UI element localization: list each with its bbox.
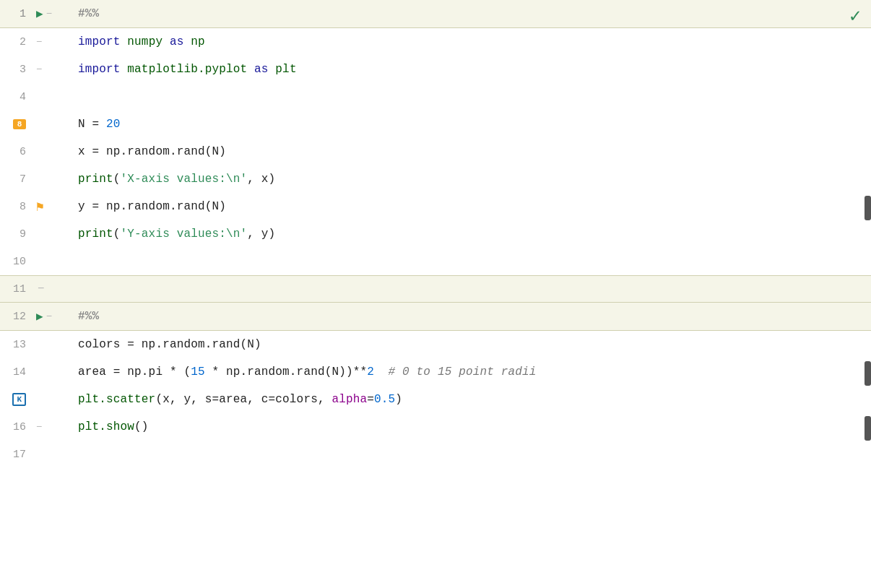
line-15-code: plt.scatter(x, y, s=area, c=colors, alph… (75, 386, 871, 413)
line-14-code: area = np.pi * (15 * np.random.rand(N))*… (75, 358, 871, 386)
cell-1-header: 1 ▶ − #%% ✓ (0, 0, 871, 28)
line-number-10: 10 (0, 256, 32, 268)
line-8: 8 ⚑ y = np.random.rand(N) (0, 193, 871, 220)
fold-icon-16: − (36, 422, 42, 432)
cell-2-header: 12 ▶ − #%% (0, 303, 871, 331)
line-number-3: 3 (0, 64, 32, 76)
gutter-3: − (32, 64, 75, 74)
line-14: 14 area = np.pi * (15 * np.random.rand(N… (0, 358, 871, 386)
line-3-code: import matplotlib.pyplot as plt (75, 56, 871, 83)
code-editor: 1 ▶ − #%% ✓ 2 − import numpy as np 3 − i… (0, 0, 871, 588)
badge-5: 8 (13, 119, 26, 129)
line-16-code: plt.show() (75, 413, 871, 441)
scrollbar-3[interactable] (864, 416, 871, 441)
line-number-9: 9 (0, 228, 32, 241)
line-number-16: 16 (0, 421, 32, 433)
fold-icon-3: − (36, 64, 42, 74)
empty-space (0, 468, 871, 588)
cell-1-header-text: #%% (75, 0, 871, 27)
line-2: 2 − import numpy as np (0, 28, 871, 56)
line-4: 4 (0, 83, 871, 111)
badge-15: K (12, 393, 26, 406)
cell-1-checkmark: ✓ (849, 4, 861, 27)
line-number-13: 13 (0, 339, 32, 351)
line-7-code: print('X-axis values:\n', x) (75, 165, 871, 193)
gutter-8: ⚑ (32, 199, 75, 215)
line-13: 13 colors = np.random.rand(N) (0, 331, 871, 358)
line-number-8: 8 (0, 201, 32, 213)
line-number-2: 2 (0, 36, 32, 48)
line-9-code: print('Y-axis values:\n', y) (75, 220, 871, 248)
line-9: 9 print('Y-axis values:\n', y) (0, 220, 871, 248)
gutter-16: − (32, 422, 75, 432)
scrollbar-2[interactable] (864, 361, 871, 386)
run-cell-1-button[interactable]: ▶ (36, 7, 43, 21)
fold-icon-11: − (38, 283, 45, 295)
line-number-7: 7 (0, 173, 32, 186)
line-number-6: 6 (0, 146, 32, 158)
line-6: 6 x = np.random.rand(N) (0, 138, 871, 165)
gutter-1: ▶ − (32, 7, 75, 21)
line-number-15: K (0, 393, 32, 406)
line-number-17: 17 (0, 449, 32, 461)
line-6-code: x = np.random.rand(N) (75, 138, 871, 165)
gutter-12: ▶ − (32, 309, 75, 324)
line-5: 8 N = 20 (0, 111, 871, 138)
fold-icon-2: − (36, 37, 42, 47)
code-area: 1 ▶ − #%% ✓ 2 − import numpy as np 3 − i… (0, 0, 871, 588)
gutter-2: − (32, 37, 75, 47)
line-15: K plt.scatter(x, y, s=area, c=colors, al… (0, 386, 871, 413)
line-number-4: 4 (0, 91, 32, 103)
line-10: 10 (0, 248, 871, 275)
cell-2-header-text: #%% (75, 303, 871, 330)
line-5-code: N = 20 (75, 111, 871, 138)
line-number-11: 11 (0, 283, 32, 295)
line-2-code: import numpy as np (75, 28, 871, 56)
cell-1-end: 11 − (0, 275, 871, 303)
run-cell-2-button[interactable]: ▶ (36, 309, 43, 324)
line-number-5: 8 (0, 119, 32, 129)
line-number-1: 1 (0, 8, 32, 20)
line-17: 17 (0, 441, 871, 468)
fold-icon-1: − (46, 9, 52, 19)
gutter-11: − (32, 283, 75, 295)
line-3: 3 − import matplotlib.pyplot as plt (0, 56, 871, 83)
line-16: 16 − plt.show() (0, 413, 871, 441)
bookmark-icon-8: ⚑ (36, 199, 44, 215)
line-13-code: colors = np.random.rand(N) (75, 331, 871, 358)
line-number-12: 12 (0, 311, 32, 323)
line-8-code: y = np.random.rand(N) (75, 193, 871, 220)
scrollbar-1[interactable] (864, 196, 871, 220)
line-7: 7 print('X-axis values:\n', x) (0, 165, 871, 193)
line-number-14: 14 (0, 366, 32, 379)
fold-icon-12: − (46, 311, 52, 321)
